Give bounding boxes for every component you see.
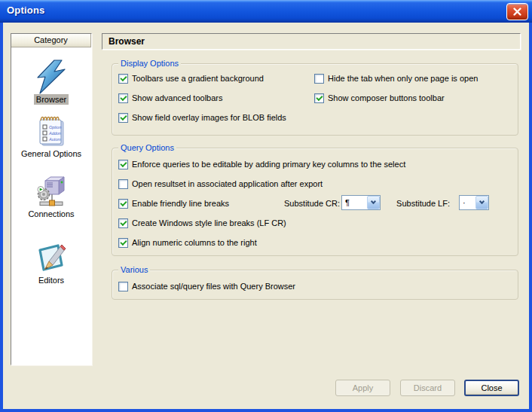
sidebar-item-connections[interactable]: Connections bbox=[11, 174, 91, 219]
discard-button[interactable]: Discard bbox=[400, 380, 455, 396]
options-dialog: Options Category Browser bbox=[0, 0, 532, 412]
category-panel: Category Browser Option Addon bbox=[11, 33, 92, 365]
group-title: Various bbox=[118, 264, 150, 275]
page-title: Browser bbox=[102, 33, 521, 50]
substitute-lf-label: Substitude LF: bbox=[391, 198, 450, 209]
checkbox-associate-files[interactable]: Associate sql/query files with Query Bro… bbox=[118, 281, 295, 291]
sidebar-item-browser[interactable]: Browser bbox=[11, 60, 91, 105]
group-title: Query Options bbox=[118, 142, 176, 153]
svg-text:Autom: Autom bbox=[48, 137, 61, 142]
checkbox-toolbars-gradient[interactable]: Toolbars use a gradient background bbox=[118, 73, 264, 84]
close-button[interactable] bbox=[506, 3, 528, 20]
sidebar-item-label: Browser bbox=[34, 94, 69, 105]
checkbox-box[interactable] bbox=[118, 179, 128, 189]
checkbox-box[interactable] bbox=[118, 113, 128, 123]
checkbox-box[interactable] bbox=[118, 199, 128, 209]
combo-value: · bbox=[460, 196, 475, 209]
checkbox-open-resultset[interactable]: Open resultset in associated application… bbox=[118, 179, 323, 189]
chevron-down-icon[interactable] bbox=[475, 196, 488, 209]
sidebar-item-general-options[interactable]: Option Addon Autom General Options bbox=[11, 114, 91, 159]
checkbox-friendly-line-breaks[interactable]: Enable friendly line breaks bbox=[118, 198, 229, 209]
checkbox-hide-tab[interactable]: Hide the tab when only one page is open bbox=[314, 73, 478, 84]
close-icon bbox=[512, 7, 522, 17]
lightning-icon bbox=[34, 60, 69, 94]
group-query-options: Query Options Enforce queries to be edit… bbox=[112, 148, 518, 256]
titlebar[interactable]: Options bbox=[0, 0, 532, 23]
sidebar-item-editors[interactable]: Editors bbox=[11, 240, 91, 285]
checkbox-box[interactable] bbox=[118, 218, 128, 228]
checkbox-box[interactable] bbox=[314, 74, 324, 84]
checkbox-box[interactable] bbox=[118, 160, 128, 169]
combo-value: ¶ bbox=[342, 196, 367, 209]
checkbox-enforce-editable[interactable]: Enforce queries to be editable by adding… bbox=[118, 159, 405, 169]
frame-pencil-icon bbox=[34, 240, 69, 275]
close-button-footer[interactable]: Close bbox=[464, 380, 519, 396]
checkbox-box[interactable] bbox=[118, 74, 128, 84]
checkbox-box[interactable] bbox=[118, 93, 128, 103]
sidebar-item-label: Connections bbox=[26, 209, 76, 219]
checkbox-align-numeric[interactable]: Align numeric columns to the right bbox=[118, 237, 257, 248]
group-various: Various Associate sql/query files with Q… bbox=[112, 270, 518, 300]
checkbox-composer-buttons[interactable]: Show composer buttons toolbar bbox=[314, 93, 445, 103]
chevron-down-icon[interactable] bbox=[367, 196, 380, 209]
group-title: Display Options bbox=[118, 58, 181, 69]
checkbox-box[interactable] bbox=[118, 282, 128, 291]
svg-text:Option: Option bbox=[49, 125, 61, 130]
sidebar-item-label: General Options bbox=[19, 148, 84, 159]
checkbox-box[interactable] bbox=[118, 238, 128, 248]
window-title: Options bbox=[7, 5, 45, 16]
substitute-lf-combo[interactable]: · bbox=[459, 195, 489, 210]
sidebar-item-label: Editors bbox=[36, 275, 66, 285]
apply-button[interactable]: Apply bbox=[335, 380, 390, 396]
server-gear-icon bbox=[34, 174, 69, 209]
checkbox-advanced-toolbars[interactable]: Show advanced toolbars bbox=[118, 93, 222, 103]
substitute-cr-combo[interactable]: ¶ bbox=[341, 195, 381, 210]
svg-text:Addon: Addon bbox=[48, 131, 61, 136]
substitute-cr-label: Substitude CR: bbox=[280, 198, 340, 209]
category-header: Category bbox=[11, 34, 91, 47]
checkbox-windows-line-breaks[interactable]: Create Windows style line breaks (LF CR) bbox=[118, 218, 286, 228]
notepad-icon: Option Addon Autom bbox=[34, 114, 69, 148]
checkbox-box[interactable] bbox=[314, 93, 324, 103]
checkbox-blob-overlay[interactable]: Show field overlay images for BLOB field… bbox=[118, 112, 286, 123]
group-display-options: Display Options Toolbars use a gradient … bbox=[112, 63, 518, 136]
